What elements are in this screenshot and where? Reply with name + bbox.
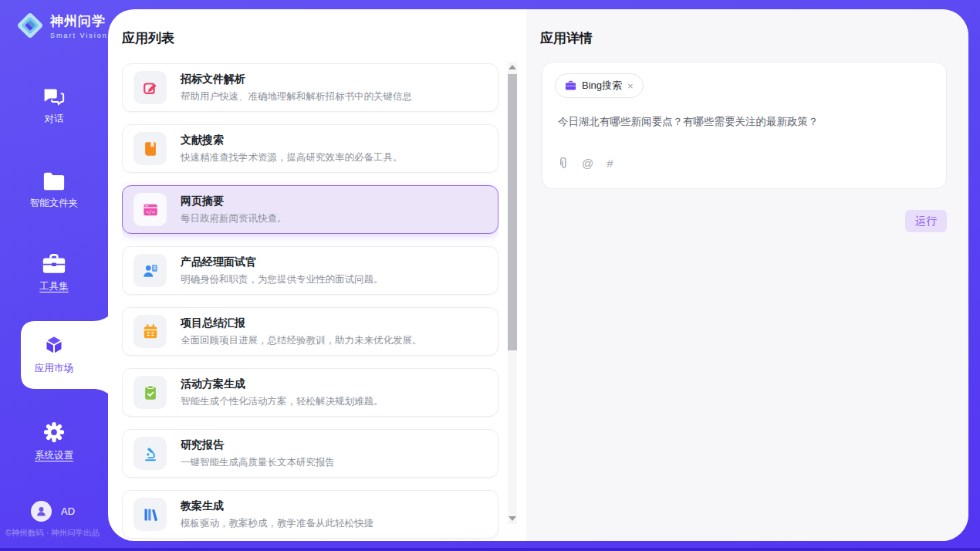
app-card-desc: 模板驱动，教案秒成，教学准备从此轻松快捷	[181, 517, 373, 530]
app-card-title: 产品经理面试官	[181, 255, 384, 269]
app-card-title: 教案生成	[181, 499, 373, 513]
sidebar-item-label: 应用市场	[0, 362, 108, 375]
microscope-icon	[133, 437, 167, 470]
sidebar: 神州问学 Smart Vision 对话 智能文件夹 工具集	[0, 0, 116, 551]
app-card-list: 招标文件解析 帮助用户快速、准确地理解和解析招标书中的关键信息 文献搜索 快速精…	[122, 63, 498, 541]
sidebar-item-chat[interactable]: 对话	[0, 86, 108, 126]
brand-subtitle: Smart Vision	[50, 32, 108, 39]
cube-icon	[42, 333, 66, 357]
hash-tag-icon[interactable]: #	[607, 157, 613, 170]
app-card-title: 研究报告	[181, 438, 335, 452]
app-card-desc: 帮助用户快速、准确地理解和解析招标书中的关键信息	[181, 90, 412, 103]
at-mention-icon[interactable]: @	[582, 157, 593, 170]
app-card-desc: 全面回顾项目进展，总结经验教训，助力未来优化发展。	[181, 334, 422, 347]
app-card-pm-interviewer[interactable]: 产品经理面试官 明确身份和职责，为您提供专业性的面试问题。	[122, 246, 498, 295]
app-card-title: 文献搜索	[181, 134, 403, 147]
app-card-title: 招标文件解析	[181, 73, 412, 86]
app-card-desc: 快速精准查找学术资源，提高研究效率的必备工具。	[181, 151, 403, 164]
app-card-desc: 每日政府新闻资讯快查。	[181, 212, 287, 225]
app-card-lesson-plan[interactable]: 教案生成 模板驱动，教案秒成，教学准备从此轻松快捷	[122, 490, 498, 539]
brand-logo: 神州问学 Smart Vision	[15, 11, 108, 40]
app-detail-title: 应用详情	[540, 29, 593, 47]
app-card-title: 项目总结汇报	[181, 316, 422, 330]
tool-chip-bing-search[interactable]: Bing搜索 ×	[555, 73, 644, 98]
app-card-literature-search[interactable]: 文献搜索 快速精准查找学术资源，提高研究效率的必备工具。	[122, 124, 498, 173]
paperclip-icon[interactable]	[558, 157, 569, 170]
query-input[interactable]: 今日湖北有哪些新闻要点？有哪些需要关注的最新政策？	[558, 115, 931, 129]
tool-chip-label: Bing搜索	[582, 79, 622, 93]
person-icon	[35, 505, 48, 518]
app-card-research-report[interactable]: 研究报告 一键智能生成高质量长文本研究报告	[122, 429, 498, 478]
book-icon	[133, 132, 167, 165]
user-initials: AD	[61, 505, 75, 517]
chat-icon	[42, 86, 66, 107]
prompt-input-card[interactable]: Bing搜索 × 今日湖北有哪些新闻要点？有哪些需要关注的最新政策？ @ #	[542, 62, 947, 189]
app-card-desc: 明确身份和职责，为您提供专业性的面试问题。	[181, 273, 384, 286]
brand-name: 神州问学	[50, 12, 108, 30]
close-icon[interactable]: ×	[627, 81, 634, 91]
sidebar-item-settings[interactable]: 系统设置	[0, 421, 108, 462]
run-button[interactable]: 运行	[905, 210, 947, 232]
toolbox-icon	[42, 253, 66, 275]
app-detail-panel: 应用详情 Bing搜索 × 今日湖北有哪些新闻要点？有哪些需要关注的最新政策？ …	[526, 9, 968, 541]
app-card-desc: 智能生成个性化活动方案，轻松解决规划难题。	[181, 395, 384, 408]
books-icon	[133, 498, 167, 531]
edit-document-icon	[133, 71, 167, 104]
avatar	[31, 501, 52, 522]
content-panel: 应用列表 招标文件解析 帮助用户快速、准确地理解和解析招标书中的关键信息	[108, 9, 968, 541]
sidebar-item-toolset[interactable]: 工具集	[0, 253, 108, 293]
attachment-toolbar: @ #	[558, 157, 613, 170]
app-card-title: 活动方案生成	[181, 377, 384, 391]
app-list-title: 应用列表	[122, 29, 174, 47]
app-list-panel: 应用列表 招标文件解析 帮助用户快速、准确地理解和解析招标书中的关键信息	[108, 9, 526, 541]
copyright-footer: ©神州数码 · 神州问学出品	[5, 528, 100, 539]
sidebar-item-app-market[interactable]: 应用市场	[0, 333, 108, 375]
calendar-icon	[133, 315, 167, 348]
bottom-edge-bar	[0, 548, 980, 551]
user-account[interactable]: AD	[31, 501, 75, 522]
diamond-logo-icon	[15, 11, 45, 40]
sidebar-item-smart-folder[interactable]: 智能文件夹	[0, 171, 108, 210]
app-card-desc: 一键智能生成高质量长文本研究报告	[181, 456, 335, 469]
app-card-event-plan[interactable]: 活动方案生成 智能生成个性化活动方案，轻松解决规划难题。	[122, 368, 498, 417]
clipboard-check-icon	[133, 376, 167, 409]
sidebar-item-label: 系统设置	[0, 449, 108, 462]
app-card-bid-analysis[interactable]: 招标文件解析 帮助用户快速、准确地理解和解析招标书中的关键信息	[122, 63, 498, 112]
scrollbar-thumb[interactable]	[508, 74, 517, 350]
app-card-web-summary[interactable]: </> 网页摘要 每日政府新闻资讯快查。	[122, 185, 498, 234]
sidebar-item-label: 工具集	[0, 280, 108, 293]
briefcase-icon	[565, 80, 576, 91]
scroll-down-arrow-icon[interactable]	[509, 516, 516, 521]
sidebar-item-label: 智能文件夹	[0, 197, 108, 210]
interviewer-icon	[133, 254, 167, 287]
sidebar-item-label: 对话	[0, 113, 108, 126]
svg-text:</>: </>	[146, 208, 155, 215]
browser-code-icon: </>	[133, 193, 167, 226]
app-card-project-summary[interactable]: 项目总结汇报 全面回顾项目进展，总结经验教训，助力未来优化发展。	[122, 307, 498, 356]
scroll-up-arrow-icon[interactable]	[509, 65, 516, 69]
gear-icon	[42, 421, 66, 444]
scrollbar[interactable]	[508, 62, 517, 524]
folder-icon	[42, 171, 66, 191]
app-card-title: 网页摘要	[181, 194, 287, 208]
